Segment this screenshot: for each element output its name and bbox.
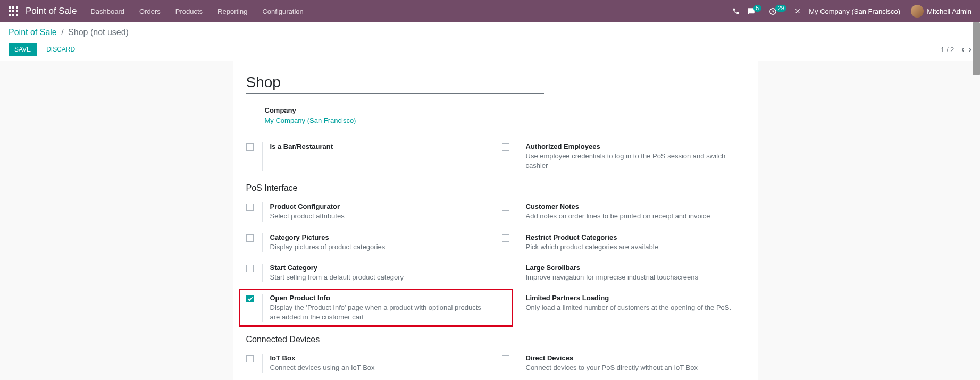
app-brand[interactable]: Point of Sale: [26, 6, 77, 16]
messages-badge: 5: [753, 5, 762, 12]
setting-authorized-employees: Authorized Employees Use employee creden…: [502, 139, 745, 176]
label-start-category: Start Category: [270, 264, 489, 272]
discard-button[interactable]: DISCARD: [41, 43, 80, 56]
phone-icon[interactable]: [732, 7, 740, 15]
activities-icon[interactable]: 29: [769, 7, 786, 15]
desc-authorized-employees: Use employee credentials to log in to th…: [526, 151, 745, 171]
setting-iot-box: IoT Box Connect devices using an IoT Box: [246, 351, 489, 378]
checkbox-product-configurator[interactable]: [246, 204, 254, 211]
checkbox-open-product-info[interactable]: [246, 295, 254, 302]
desc-product-configurator: Select product attributes: [270, 212, 489, 221]
section-pos-interface: PoS Interface: [246, 183, 745, 193]
label-authorized-employees: Authorized Employees: [526, 142, 745, 150]
nav-reporting[interactable]: Reporting: [217, 7, 247, 15]
form-sheet-bg: Shop Company My Company (San Francisco) …: [0, 61, 980, 380]
desc-iot-box: Connect devices using an IoT Box: [270, 363, 489, 373]
setting-customer-notes: Customer Notes Add notes on order lines …: [502, 199, 745, 226]
label-restrict-categories: Restrict Product Categories: [526, 233, 745, 241]
scrollbar[interactable]: [973, 22, 980, 75]
username: Mitchell Admin: [927, 7, 971, 15]
desc-restrict-categories: Pick which product categories are availa…: [526, 242, 745, 252]
save-button[interactable]: SAVE: [9, 43, 37, 56]
setting-limited-partners: Limited Partners Loading Only load a lim…: [502, 291, 745, 327]
label-limited-partners: Limited Partners Loading: [526, 294, 745, 302]
setting-bar-restaurant: Is a Bar/Restaurant: [246, 139, 489, 176]
company-label: Company: [265, 106, 745, 114]
desc-direct-devices: Connect devices to your PoS directly wit…: [526, 363, 745, 373]
company-value[interactable]: My Company (San Francisco): [265, 116, 745, 124]
label-iot-box: IoT Box: [270, 354, 489, 362]
nav-products[interactable]: Products: [175, 7, 203, 15]
avatar: [911, 5, 924, 18]
nav-orders[interactable]: Orders: [139, 7, 161, 15]
nav-menu: Dashboard Orders Products Reporting Conf…: [90, 7, 303, 15]
setting-large-scrollbars: Large Scrollbars Improve navigation for …: [502, 260, 745, 288]
checkbox-iot-box[interactable]: [246, 355, 254, 362]
checkbox-start-category[interactable]: [246, 265, 254, 272]
checkbox-category-pictures[interactable]: [246, 234, 254, 242]
pager-text[interactable]: 1 / 2: [941, 46, 954, 54]
desc-limited-partners: Only load a limited number of customers …: [526, 303, 745, 313]
label-product-configurator: Product Configurator: [270, 202, 489, 210]
desc-start-category: Start selling from a default product cat…: [270, 273, 489, 282]
checkbox-restrict-categories[interactable]: [502, 234, 509, 242]
checkbox-direct-devices[interactable]: [502, 355, 509, 362]
pager-next[interactable]: ›: [969, 45, 971, 54]
setting-start-category: Start Category Start selling from a defa…: [246, 260, 489, 288]
user-menu[interactable]: Mitchell Admin: [908, 5, 971, 18]
desc-category-pictures: Display pictures of product categories: [270, 242, 489, 252]
nav-right: 5 29 My Company (San Francisco) Mitchell…: [732, 5, 971, 18]
nav-configuration[interactable]: Configuration: [262, 7, 303, 15]
label-bar-restaurant: Is a Bar/Restaurant: [270, 142, 489, 150]
form-sheet: Shop Company My Company (San Francisco) …: [233, 61, 758, 380]
breadcrumb-parent[interactable]: Point of Sale: [9, 28, 57, 37]
label-open-product-info: Open Product Info: [270, 294, 489, 302]
pager-prev[interactable]: ‹: [961, 45, 964, 54]
apps-icon[interactable]: [9, 6, 18, 16]
label-category-pictures: Category Pictures: [270, 233, 489, 241]
setting-open-product-info: Open Product Info Display the 'Product I…: [246, 291, 489, 327]
section-connected-devices: Connected Devices: [246, 335, 745, 344]
checkbox-authorized-employees[interactable]: [502, 143, 509, 151]
label-customer-notes: Customer Notes: [526, 202, 745, 210]
label-large-scrollbars: Large Scrollbars: [526, 264, 745, 272]
desc-customer-notes: Add notes on order lines to be printed o…: [526, 212, 745, 221]
breadcrumb: Point of Sale / Shop (not used): [9, 28, 971, 37]
desc-open-product-info: Display the 'Product Info' page when a p…: [270, 303, 489, 322]
breadcrumb-sep: /: [61, 28, 63, 37]
control-panel: Point of Sale / Shop (not used) SAVE DIS…: [0, 22, 980, 61]
checkbox-bar-restaurant[interactable]: [246, 143, 254, 151]
desc-large-scrollbars: Improve navigation for imprecise industr…: [526, 273, 745, 282]
label-direct-devices: Direct Devices: [526, 354, 745, 362]
setting-restrict-categories: Restrict Product Categories Pick which p…: [502, 230, 745, 257]
company-block: Company My Company (San Francisco): [259, 106, 745, 124]
checkbox-limited-partners[interactable]: [502, 295, 509, 302]
page-title[interactable]: Shop: [246, 74, 544, 94]
checkbox-large-scrollbars[interactable]: [502, 265, 509, 272]
setting-direct-devices: Direct Devices Connect devices to your P…: [502, 351, 745, 378]
top-navbar: Point of Sale Dashboard Orders Products …: [0, 0, 980, 22]
nav-dashboard[interactable]: Dashboard: [90, 7, 124, 15]
breadcrumb-current: Shop (not used): [68, 28, 129, 37]
activities-badge: 29: [775, 5, 786, 12]
close-debug-icon[interactable]: [794, 7, 801, 15]
setting-product-configurator: Product Configurator Select product attr…: [246, 199, 489, 226]
checkbox-customer-notes[interactable]: [502, 204, 509, 211]
messages-icon[interactable]: 5: [747, 7, 762, 15]
company-switcher[interactable]: My Company (San Francisco): [809, 7, 900, 15]
setting-category-pictures: Category Pictures Display pictures of pr…: [246, 230, 489, 257]
